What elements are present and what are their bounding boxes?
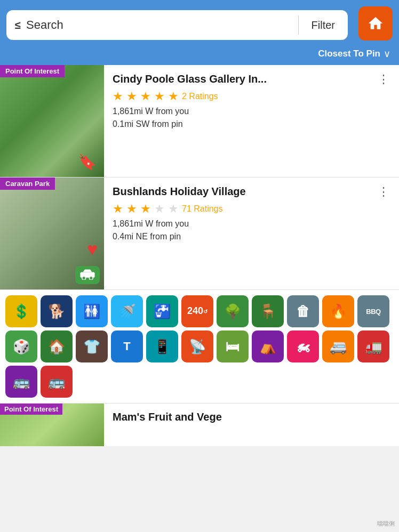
category-badge-1: Point Of Interest xyxy=(0,65,65,77)
stars-row-1: ★ ★ ★ ★ ★ 2 Ratings xyxy=(113,90,392,103)
listing-item-2: Caravan Park ♥ Bushlands Holiday Village… xyxy=(0,178,399,290)
amenity-toilets[interactable]: 🚻 xyxy=(76,295,108,327)
amenities-section: 💲 🐕 🚻 🚿 🚰 240↺ 🌳 🪑 🗑 🔥 BBQ 🎲 🏠 👕 T 📱 📡 🛏… xyxy=(0,290,399,403)
sort-bar: Closest To Pin ∨ xyxy=(0,44,399,65)
partial-category-badge: Point Of Interest xyxy=(0,404,62,415)
partial-title: Mam's Fruit and Vege xyxy=(113,411,222,423)
home-icon xyxy=(367,15,384,32)
svg-point-2 xyxy=(82,276,86,280)
amenity-cabin[interactable]: 🛏 xyxy=(217,331,249,362)
distance1-2: 1,861mi W from you xyxy=(113,219,392,229)
distance2-1: 0.1mi SW from pin xyxy=(113,119,392,129)
amenity-kitchen[interactable]: 🏠 xyxy=(41,331,73,362)
bookmark-icon[interactable]: 🔖 xyxy=(78,153,97,171)
amenity-campfire[interactable]: 🔥 xyxy=(322,295,354,327)
amenity-telstra[interactable]: T xyxy=(111,331,143,362)
amenity-motorbike[interactable]: 🏍 xyxy=(287,331,319,362)
rating-count-1: 2 Ratings xyxy=(182,92,218,101)
amenity-rubbish[interactable]: 🗑 xyxy=(287,295,319,327)
star-5: ★ xyxy=(168,90,179,103)
svg-marker-1 xyxy=(83,270,92,272)
amenity-water[interactable]: 🚰 xyxy=(146,295,178,327)
listing-title-2: Bushlands Holiday Village xyxy=(113,185,376,198)
amenity-signal[interactable]: 📡 xyxy=(181,331,213,362)
sort-label[interactable]: Closest To Pin xyxy=(318,49,380,59)
car-icon xyxy=(78,268,97,280)
star2-4: ★ xyxy=(154,202,165,216)
sort-chevron-icon[interactable]: ∨ xyxy=(384,48,390,60)
distance2-2: 0.4mi NE from pin xyxy=(113,232,392,241)
back-icon[interactable]: ≤ xyxy=(15,19,21,31)
listing-partial: Point Of Interest Mam's Fruit and Vege xyxy=(0,403,399,446)
amenity-campervan[interactable]: 🚐 xyxy=(322,331,354,362)
star-4: ★ xyxy=(154,90,165,103)
star-3: ★ xyxy=(140,90,151,103)
star2-5: ★ xyxy=(168,202,179,216)
amenity-pets[interactable]: 🐕 xyxy=(41,295,73,327)
listing-title-1: Cindy Poole Glass Gallery In... xyxy=(113,72,376,85)
amenity-bbq[interactable]: BBQ xyxy=(357,295,389,327)
listing-info-1: Cindy Poole Glass Gallery In... ⋮ ★ ★ ★ … xyxy=(104,65,399,177)
listing-image-1[interactable]: Point Of Interest 🔖 xyxy=(0,65,104,177)
watermark: 噹噹俐 xyxy=(377,520,395,528)
amenity-mobile[interactable]: 📱 xyxy=(146,331,178,362)
listing-item: Point Of Interest 🔖 Cindy Poole Glass Ga… xyxy=(0,65,399,178)
amenity-cost[interactable]: 💲 xyxy=(5,295,37,327)
more-button-1[interactable]: ⋮ xyxy=(376,72,392,86)
header: ≤ Search Filter xyxy=(0,0,399,44)
car-icon-container xyxy=(75,266,100,284)
amenity-bus1[interactable]: 🚌 xyxy=(5,366,37,398)
amenity-speed[interactable]: 240↺ xyxy=(181,295,213,327)
star-1: ★ xyxy=(113,90,123,103)
search-bar: ≤ Search Filter xyxy=(6,10,348,40)
more-button-2[interactable]: ⋮ xyxy=(376,185,392,199)
listing-info-2: Bushlands Holiday Village ⋮ ★ ★ ★ ★ ★ 71… xyxy=(104,178,399,289)
listing-partial-info: Mam's Fruit and Vege xyxy=(104,404,399,446)
amenity-laundry[interactable]: 👕 xyxy=(76,331,108,362)
home-button[interactable] xyxy=(358,6,393,41)
star2-3: ★ xyxy=(140,202,151,216)
svg-point-3 xyxy=(89,276,93,280)
amenity-trees[interactable]: 🌳 xyxy=(217,295,249,327)
distance1-1: 1,861mi W from you xyxy=(113,107,392,116)
amenity-truck[interactable]: 🚛 xyxy=(357,331,389,362)
amenity-tent[interactable]: ⛺ xyxy=(252,331,284,362)
star-2: ★ xyxy=(126,90,137,103)
amenity-tables[interactable]: 🪑 xyxy=(252,295,284,327)
stars-row-2: ★ ★ ★ ★ ★ 71 Ratings xyxy=(113,202,392,216)
amenity-showers[interactable]: 🚿 xyxy=(111,295,143,327)
star2-1: ★ xyxy=(113,202,123,216)
amenity-games[interactable]: 🎲 xyxy=(5,331,37,362)
listing-image-2[interactable]: Caravan Park ♥ xyxy=(0,178,104,289)
listing-partial-image[interactable]: Point Of Interest xyxy=(0,404,104,446)
rating-count-2: 71 Ratings xyxy=(182,204,223,214)
search-label[interactable]: Search xyxy=(26,18,63,32)
star2-2: ★ xyxy=(126,202,137,216)
category-badge-2: Caravan Park xyxy=(0,178,55,190)
heart-icon: ♥ xyxy=(87,239,98,260)
amenity-bus2[interactable]: 🚌 xyxy=(41,366,73,398)
filter-button[interactable]: Filter xyxy=(299,10,348,40)
